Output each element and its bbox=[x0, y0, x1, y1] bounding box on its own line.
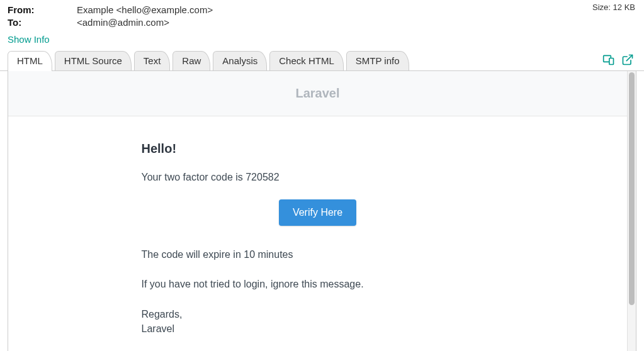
tab-bar: HTML HTML Source Text Raw Analysis Check… bbox=[0, 51, 644, 71]
show-info-link[interactable]: Show Info bbox=[8, 34, 50, 45]
devices-icon[interactable] bbox=[602, 53, 615, 66]
size-label: Size: 12 KB bbox=[592, 3, 635, 12]
email-line-ignore: If you have not tried to login, ignore t… bbox=[142, 277, 494, 291]
scrollbar[interactable] bbox=[627, 71, 636, 351]
email-line-expire: The code will expire in 10 minutes bbox=[142, 247, 494, 262]
to-value: <admin@admin.com> bbox=[77, 16, 169, 29]
open-external-icon[interactable] bbox=[621, 53, 634, 66]
email-brand-header: Laravel bbox=[8, 71, 627, 116]
email-sender: Laravel bbox=[142, 321, 494, 336]
brand-name: Laravel bbox=[295, 86, 339, 100]
to-label: To: bbox=[8, 16, 77, 29]
tab-smtp-info[interactable]: SMTP info bbox=[346, 51, 409, 70]
preview-pane: Laravel Hello! Your two factor code is 7… bbox=[8, 71, 636, 351]
tab-check-html[interactable]: Check HTML bbox=[269, 51, 344, 70]
svg-line-2 bbox=[626, 55, 632, 61]
tab-raw[interactable]: Raw bbox=[172, 51, 210, 70]
email-line-code: Your two factor code is 720582 bbox=[142, 170, 494, 184]
tab-html-source[interactable]: HTML Source bbox=[55, 51, 132, 70]
svg-rect-1 bbox=[609, 58, 614, 65]
tab-html[interactable]: HTML bbox=[8, 51, 52, 71]
verify-button[interactable]: Verify Here bbox=[279, 199, 356, 226]
email-regards: Regards, bbox=[142, 307, 494, 321]
from-value: Example <hello@example.com> bbox=[77, 4, 213, 16]
from-label: From: bbox=[8, 4, 77, 16]
scrollbar-thumb[interactable] bbox=[629, 72, 635, 305]
email-greeting: Hello! bbox=[142, 142, 494, 156]
tab-text[interactable]: Text bbox=[134, 51, 171, 70]
tab-analysis[interactable]: Analysis bbox=[213, 51, 267, 70]
